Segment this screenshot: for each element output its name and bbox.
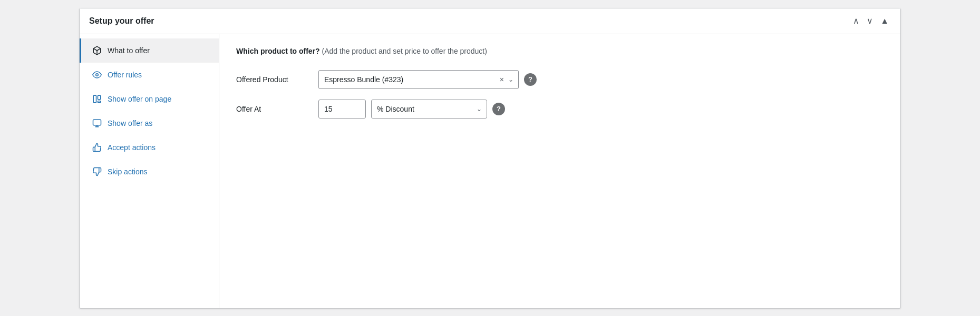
svg-point-1 — [96, 73, 99, 76]
sidebar-item-accept-actions[interactable]: Accept actions — [80, 135, 219, 160]
section-question: Which product to offer? — [236, 47, 320, 55]
clear-product-icon[interactable]: × — [500, 75, 504, 84]
sidebar-item-label: Accept actions — [108, 143, 156, 152]
sidebar-item-label: Offer rules — [108, 71, 142, 79]
header-controls: ∧ ∨ ▲ — [851, 16, 891, 26]
svg-rect-3 — [98, 95, 101, 100]
section-title: Which product to offer? (Add the product… — [236, 47, 884, 55]
sidebar-item-show-offer-as[interactable]: Show offer as — [80, 111, 219, 135]
page-icon — [92, 94, 102, 104]
sidebar-item-label: Show offer as — [108, 119, 152, 127]
sidebar-item-show-offer-on-page[interactable]: Show offer on page — [80, 87, 219, 111]
panel-body: What to offer Offer rules — [80, 34, 900, 308]
sidebar-item-label: Skip actions — [108, 167, 147, 176]
sidebar-item-what-to-offer[interactable]: What to offer — [80, 38, 219, 63]
collapse-down-button[interactable]: ∨ — [865, 16, 875, 26]
eye-icon — [92, 70, 102, 80]
offer-at-label: Offer At — [236, 105, 310, 113]
monitor-icon — [92, 118, 102, 128]
sidebar-item-offer-rules[interactable]: Offer rules — [80, 63, 219, 87]
offer-at-number-input[interactable] — [318, 100, 366, 118]
svg-rect-4 — [98, 101, 101, 102]
discount-type-select[interactable]: % Discount Fixed Price Set Price — [371, 100, 487, 118]
offered-product-label: Offered Product — [236, 75, 310, 84]
expand-button[interactable]: ▲ — [878, 16, 891, 26]
sidebar: What to offer Offer rules — [80, 34, 219, 308]
product-select[interactable]: Espresso Bundle (#323) — [318, 70, 519, 89]
main-content: Which product to offer? (Add the product… — [219, 34, 900, 308]
section-subtitle: (Add the product and set price to offer … — [322, 47, 487, 55]
product-select-wrapper: Espresso Bundle (#323) × ⌄ — [318, 70, 519, 89]
discount-select-wrapper: % Discount Fixed Price Set Price ⌄ — [371, 100, 487, 118]
box-icon — [92, 46, 102, 55]
offer-at-row: Offer At % Discount Fixed Price Set Pric… — [236, 100, 884, 118]
sidebar-item-label: What to offer — [108, 46, 150, 55]
thumbs-down-icon — [92, 167, 102, 176]
svg-rect-5 — [93, 120, 101, 125]
sidebar-item-skip-actions[interactable]: Skip actions — [80, 160, 219, 184]
setup-offer-panel: Setup your offer ∧ ∨ ▲ What to offer — [79, 8, 901, 309]
offer-at-controls: % Discount Fixed Price Set Price ⌄ ? — [318, 100, 505, 118]
offered-product-row: Offered Product Espresso Bundle (#323) ×… — [236, 70, 884, 89]
panel-title: Setup your offer — [89, 16, 154, 26]
offered-product-help-icon[interactable]: ? — [524, 73, 537, 86]
offer-at-help-icon[interactable]: ? — [492, 103, 505, 115]
thumbs-up-icon — [92, 143, 102, 152]
offered-product-controls: Espresso Bundle (#323) × ⌄ ? — [318, 70, 537, 89]
collapse-up-button[interactable]: ∧ — [851, 16, 861, 26]
panel-header: Setup your offer ∧ ∨ ▲ — [80, 8, 900, 34]
sidebar-item-label: Show offer on page — [108, 95, 171, 103]
svg-rect-2 — [93, 95, 96, 103]
